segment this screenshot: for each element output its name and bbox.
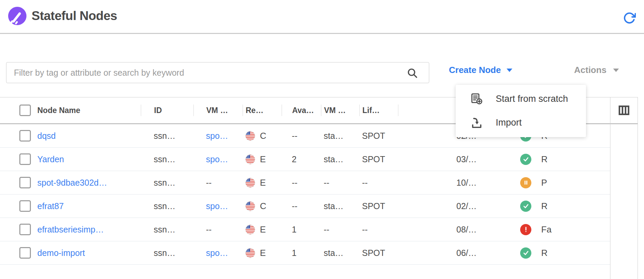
column-header-size[interactable]: VM … xyxy=(321,105,359,116)
pause-circle-icon xyxy=(520,177,531,188)
node-id: ssn… xyxy=(141,131,193,141)
status-text: R xyxy=(541,201,548,211)
column-header-az[interactable]: Ava… xyxy=(282,105,321,116)
region-cell: E xyxy=(243,154,282,165)
region-cell: E xyxy=(243,248,282,258)
create-node-button[interactable]: Create Node xyxy=(449,65,512,75)
actions-button[interactable]: Actions xyxy=(574,65,619,75)
us-flag-icon xyxy=(245,248,255,258)
title-divider xyxy=(0,33,644,34)
created-text: 06/… xyxy=(398,248,509,258)
menu-item-label: Start from scratch xyxy=(496,94,568,104)
lifecycle-text: SPOT xyxy=(359,131,398,141)
region-text: C xyxy=(260,201,266,211)
column-header-id[interactable]: ID xyxy=(141,105,193,116)
table-row: Yarden ssn… spo… xyxy=(0,148,610,171)
note-add-icon xyxy=(470,92,484,106)
vm-link[interactable]: spo… xyxy=(206,248,228,258)
row-checkbox[interactable] xyxy=(19,200,31,212)
column-header-vm[interactable]: VM … xyxy=(193,105,243,116)
node-id: ssn… xyxy=(141,225,193,235)
row-checkbox[interactable] xyxy=(19,130,31,142)
row-checkbox-cell xyxy=(0,247,34,259)
stateful-nodes-page: Stateful Nodes Create Node Actions Node … xyxy=(0,0,644,279)
refresh-icon[interactable] xyxy=(623,12,636,24)
us-flag-icon xyxy=(245,131,255,141)
region-cell: C xyxy=(243,131,282,141)
menu-item-start-from-scratch[interactable]: Start from scratch xyxy=(456,87,586,111)
select-all-checkbox[interactable] xyxy=(19,105,31,116)
spot-logo-icon xyxy=(7,7,27,26)
create-node-menu: Start from scratch Import xyxy=(456,85,586,137)
columns-icon[interactable] xyxy=(618,104,630,117)
vm-link[interactable]: spo… xyxy=(206,131,228,141)
vm-size-text: -- xyxy=(321,225,359,235)
page-title: Stateful Nodes xyxy=(32,9,117,23)
status-icon-wrap xyxy=(520,177,531,188)
status-icon-wrap xyxy=(520,201,531,212)
az-text: 2 xyxy=(282,154,321,164)
us-flag-icon xyxy=(245,178,255,188)
import-icon xyxy=(470,116,484,129)
table-row: spot-9dbae302d… ssn… -- xyxy=(0,171,610,194)
vm-size-text: -- xyxy=(321,178,359,188)
vm-link[interactable]: spo… xyxy=(206,201,228,211)
table-row: demo-import ssn… spo… xyxy=(0,241,610,265)
node-name-link[interactable]: efratbseriesimp… xyxy=(37,225,104,234)
vm-size-text: sta… xyxy=(321,154,359,164)
status-cell: R xyxy=(509,154,610,165)
region-text: E xyxy=(260,248,266,258)
status-cell: R xyxy=(509,247,610,259)
row-checkbox[interactable] xyxy=(19,153,31,165)
status-cell: R xyxy=(509,201,610,212)
node-name-link[interactable]: demo-import xyxy=(37,248,85,258)
row-checkbox[interactable] xyxy=(19,247,31,259)
node-name-link[interactable]: dqsd xyxy=(37,131,56,141)
node-name-link[interactable]: efrat87 xyxy=(37,201,64,211)
filter-input[interactable] xyxy=(6,62,429,83)
status-text: P xyxy=(541,178,547,188)
row-checkbox-cell xyxy=(0,177,34,188)
node-name-link[interactable]: Yarden xyxy=(37,154,64,164)
region-cell: C xyxy=(243,201,282,211)
us-flag-icon xyxy=(245,154,255,164)
lifecycle-text: -- xyxy=(359,225,398,235)
vm-size-text: sta… xyxy=(321,248,359,258)
node-id: ssn… xyxy=(141,248,193,258)
header-checkbox-cell xyxy=(0,105,34,116)
row-checkbox-cell xyxy=(0,153,34,165)
created-text: 08/… xyxy=(398,225,509,235)
vm-link[interactable]: spo… xyxy=(206,154,228,164)
filter-box xyxy=(6,62,429,83)
column-header-lifecycle[interactable]: Lif… xyxy=(359,105,398,116)
row-checkbox[interactable] xyxy=(19,224,31,235)
column-header-region[interactable]: Re… xyxy=(243,105,282,116)
status-icon-wrap xyxy=(520,247,531,259)
az-text: -- xyxy=(282,201,321,211)
node-id: ssn… xyxy=(141,154,193,164)
row-checkbox[interactable] xyxy=(19,177,31,188)
vm-size-text: sta… xyxy=(321,201,359,211)
actions-label: Actions xyxy=(574,65,606,75)
node-name-link[interactable]: spot-9dbae302d… xyxy=(37,178,107,187)
lifecycle-text: SPOT xyxy=(359,154,398,164)
chevron-down-icon xyxy=(613,69,619,72)
row-checkbox-cell xyxy=(0,130,34,142)
region-cell: E xyxy=(243,178,282,188)
check-circle-icon xyxy=(520,154,531,165)
created-text: 02/… xyxy=(398,201,509,211)
az-text: 1 xyxy=(282,225,321,235)
region-text: C xyxy=(260,131,266,141)
header-cells: Node NameIDVM …Re…Ava…VM …Lif… xyxy=(34,105,398,116)
az-text: -- xyxy=(282,131,321,141)
status-cell: Fa xyxy=(509,224,610,235)
search-icon[interactable] xyxy=(406,67,418,79)
table-row: efratbseriesimp… ssn… -- xyxy=(0,218,610,241)
column-header-name[interactable]: Node Name xyxy=(34,105,141,116)
check-circle-icon xyxy=(520,247,531,259)
menu-item-import[interactable]: Import xyxy=(456,111,586,134)
vm-link: -- xyxy=(206,178,212,187)
status-text: Fa xyxy=(541,224,551,235)
created-text: 03/… xyxy=(398,154,509,164)
pinned-column xyxy=(610,97,638,279)
